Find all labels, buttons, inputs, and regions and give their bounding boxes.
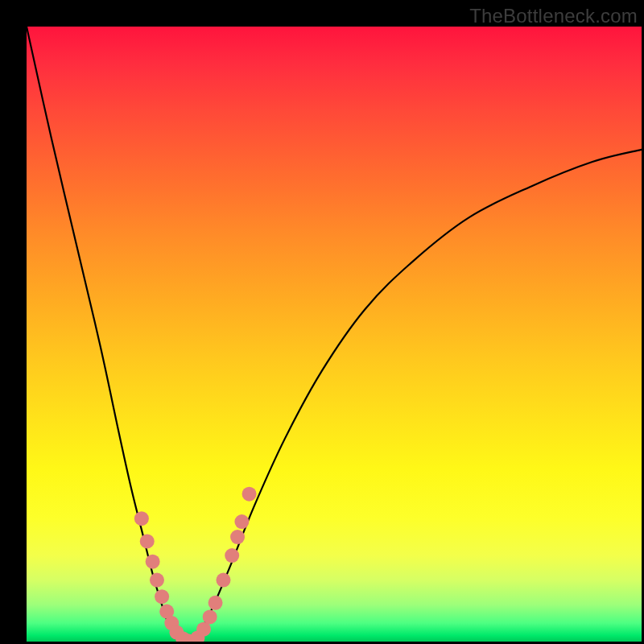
plot-area bbox=[27, 27, 642, 642]
dot bbox=[196, 622, 211, 637]
dot bbox=[134, 511, 149, 526]
curve-layer bbox=[27, 27, 642, 642]
dot bbox=[203, 609, 217, 624]
dot bbox=[216, 573, 230, 588]
dot bbox=[155, 589, 169, 604]
dot bbox=[230, 530, 245, 544]
dot bbox=[150, 573, 164, 588]
dot bbox=[146, 555, 160, 569]
chart-container: TheBottleneck.com bbox=[0, 0, 644, 644]
series-left-branch bbox=[27, 27, 187, 642]
series-right-branch bbox=[187, 150, 642, 642]
highlight-dots bbox=[134, 487, 257, 642]
watermark-label: TheBottleneck.com bbox=[469, 5, 638, 27]
dot bbox=[242, 487, 257, 502]
dot bbox=[234, 514, 249, 529]
curve-lines bbox=[27, 27, 642, 642]
dot bbox=[225, 548, 239, 563]
dot bbox=[208, 596, 223, 610]
dot bbox=[140, 534, 155, 548]
